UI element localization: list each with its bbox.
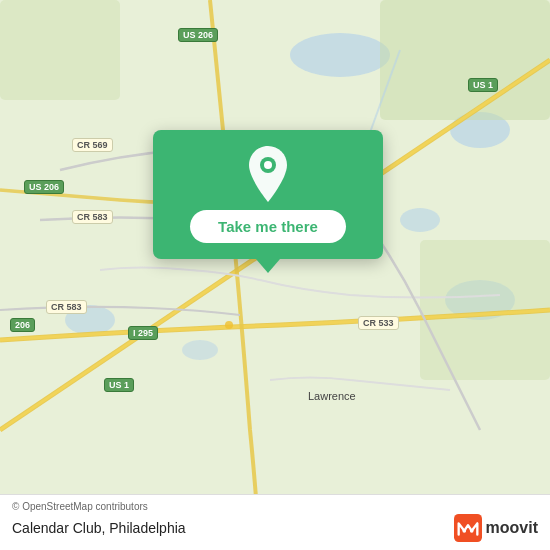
- navigation-popup: Take me there: [153, 130, 383, 259]
- road-label-206-bot: 206: [10, 318, 35, 332]
- road-label-i295: I 295: [128, 326, 158, 340]
- moovit-icon: [454, 514, 482, 542]
- road-label-us206-top: US 206: [178, 28, 218, 42]
- road-label-us1-bot: US 1: [104, 378, 134, 392]
- take-me-there-button[interactable]: Take me there: [190, 210, 346, 243]
- road-label-cr583-bot: CR 583: [46, 300, 87, 314]
- road-label-us1-right: US 1: [468, 78, 498, 92]
- attribution-text: © OpenStreetMap contributors: [12, 501, 538, 512]
- svg-point-4: [182, 340, 218, 360]
- svg-point-13: [225, 321, 233, 329]
- bottom-row: Calendar Club, Philadelphia moovit: [12, 514, 538, 542]
- place-name: Calendar Club, Philadelphia: [12, 520, 186, 536]
- road-label-us206-mid: US 206: [24, 180, 64, 194]
- road-label-cr583-top: CR 583: [72, 210, 113, 224]
- svg-rect-6: [380, 0, 550, 120]
- svg-rect-7: [0, 0, 120, 100]
- svg-point-0: [290, 33, 390, 77]
- svg-point-17: [462, 529, 466, 533]
- road-label-cr533: CR 533: [358, 316, 399, 330]
- svg-point-2: [400, 208, 440, 232]
- moovit-brand-text: moovit: [486, 519, 538, 537]
- location-pin-icon: [242, 148, 294, 200]
- svg-point-18: [469, 529, 473, 533]
- moovit-logo: moovit: [454, 514, 538, 542]
- map-container: US 206 US 1 CR 569 US 206 CR 583 CR 583 …: [0, 0, 550, 550]
- svg-point-15: [264, 161, 272, 169]
- road-label-cr569: CR 569: [72, 138, 113, 152]
- road-label-lawrence: Lawrence: [308, 390, 356, 402]
- bottom-bar: © OpenStreetMap contributors Calendar Cl…: [0, 494, 550, 550]
